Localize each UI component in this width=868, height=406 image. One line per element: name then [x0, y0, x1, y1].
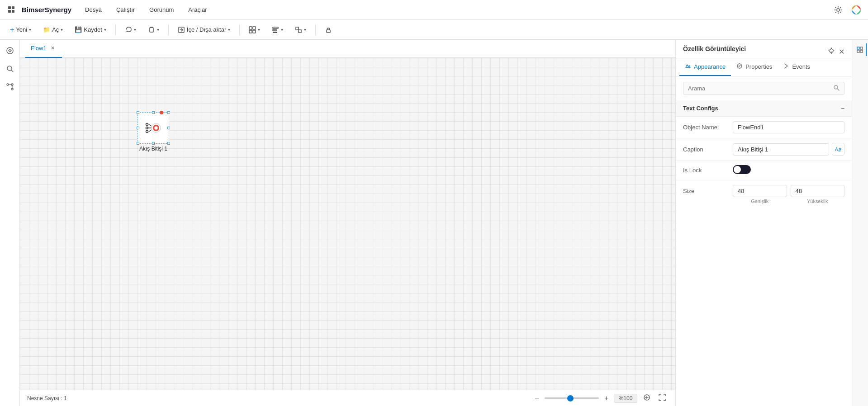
- sidebar-tools-icon[interactable]: [3, 43, 17, 58]
- separator-2: [168, 24, 169, 35]
- prop-object-name: Object Name:: [676, 117, 852, 138]
- clipboard-button[interactable]: ▾: [143, 24, 164, 36]
- svg-rect-15: [273, 32, 277, 33]
- node-icon: [142, 117, 164, 139]
- is-lock-value: [733, 165, 844, 175]
- save-button[interactable]: 💾 Kaydet ▾: [70, 24, 110, 35]
- svg-rect-7: [150, 28, 153, 32]
- search-box: [683, 82, 844, 95]
- size-height-input[interactable]: [791, 185, 845, 197]
- handle-mr[interactable]: [167, 127, 170, 129]
- svg-point-4: [837, 9, 840, 11]
- grid-canvas[interactable]: Akış Bitişi 1: [20, 58, 675, 390]
- grid-button[interactable]: ▾: [244, 24, 265, 36]
- handle-tl[interactable]: [137, 111, 139, 114]
- handle-bm[interactable]: [152, 142, 155, 145]
- panel-close-icon[interactable]: ✕: [839, 47, 844, 56]
- prop-is-lock: Is Lock: [676, 161, 852, 180]
- panel-tab-properties[interactable]: Properties: [731, 58, 778, 76]
- search-icon[interactable]: [833, 85, 840, 92]
- events-tab-icon: [783, 63, 789, 71]
- right-sidebar: [852, 40, 868, 406]
- toggle-track[interactable]: [733, 165, 751, 174]
- size-width-wrap: Genişlik: [733, 185, 787, 204]
- connection-point[interactable]: [160, 111, 163, 114]
- rs-properties-icon[interactable]: [854, 43, 867, 56]
- gear-icon[interactable]: [832, 4, 844, 16]
- left-sidebar: [0, 40, 20, 406]
- size-width-input[interactable]: [733, 185, 787, 197]
- color-wheel-icon[interactable]: [850, 4, 863, 16]
- panel-tab-appearance[interactable]: Appearance: [679, 58, 731, 76]
- size-height-label: Yükseklik: [791, 198, 845, 204]
- is-lock-label: Is Lock: [683, 167, 733, 174]
- svg-line-28: [149, 124, 152, 126]
- zoom-slider[interactable]: [545, 397, 599, 399]
- panel-tab-events[interactable]: Events: [778, 58, 816, 76]
- zoom-fullscreen-icon[interactable]: [656, 393, 668, 403]
- handle-br[interactable]: [167, 142, 170, 145]
- svg-rect-0: [8, 6, 11, 9]
- svg-rect-47: [860, 50, 863, 52]
- caption-label: Caption: [683, 146, 733, 153]
- properties-tab-icon: [736, 63, 743, 71]
- svg-rect-2: [8, 10, 11, 13]
- svg-line-29: [149, 130, 152, 132]
- zoom-display[interactable]: %100: [614, 394, 637, 403]
- handle-bl[interactable]: [137, 142, 139, 145]
- canvas-area: Flow1 ✕: [20, 40, 675, 406]
- search-input[interactable]: [688, 85, 833, 92]
- svg-line-21: [11, 70, 13, 72]
- panel-header: Özellik Görüntüleyici ✕: [676, 40, 852, 58]
- status-bar: Nesne Sayısı : 1 − + %100: [20, 390, 675, 406]
- app-logo: BimserSynergy: [22, 6, 71, 14]
- object-name-value[interactable]: [733, 121, 844, 133]
- menu-dosya[interactable]: Dosya: [80, 4, 107, 16]
- tab-flow1[interactable]: Flow1 ✕: [25, 40, 62, 58]
- tabs-bar: Flow1 ✕: [20, 40, 675, 58]
- panel-pin-icon[interactable]: [828, 47, 835, 56]
- caption-input[interactable]: [733, 143, 829, 156]
- svg-point-30: [146, 123, 148, 126]
- lock-button[interactable]: [320, 24, 337, 36]
- menu-araclar[interactable]: Araçlar: [183, 4, 212, 16]
- svg-rect-45: [860, 47, 863, 49]
- shape-button[interactable]: ▾: [290, 24, 311, 36]
- menu-gorunum[interactable]: Görünüm: [144, 4, 179, 16]
- is-lock-toggle[interactable]: [733, 165, 751, 174]
- align-button[interactable]: ▾: [267, 24, 288, 36]
- node-box[interactable]: [138, 112, 169, 144]
- panel-content: Text Configs − Object Name: Caption Aあ: [676, 100, 852, 406]
- svg-rect-14: [273, 29, 276, 31]
- menu-calistir[interactable]: Çalıştır: [111, 4, 140, 16]
- panel-title: Özellik Görüntüleyici: [683, 45, 746, 58]
- panel-tabs: Appearance Properties Events: [676, 58, 852, 76]
- flow-node[interactable]: Akış Bitişi 1: [138, 112, 169, 152]
- undo-button[interactable]: ▾: [120, 24, 141, 36]
- svg-point-32: [146, 131, 148, 133]
- handle-tr[interactable]: [167, 111, 170, 114]
- svg-rect-16: [296, 27, 299, 30]
- caption-value: Aあ: [733, 143, 844, 156]
- svg-rect-13: [273, 27, 278, 28]
- zoom-in-button[interactable]: +: [602, 394, 610, 402]
- handle-ml[interactable]: [137, 127, 139, 129]
- zoom-out-button[interactable]: −: [533, 394, 541, 402]
- tab-close-icon[interactable]: ✕: [49, 45, 57, 52]
- zoom-fit-icon[interactable]: [641, 393, 653, 403]
- caption-translate-button[interactable]: Aあ: [832, 143, 844, 156]
- sidebar-search-icon[interactable]: [3, 61, 17, 76]
- new-button[interactable]: + Yeni ▾: [5, 24, 36, 36]
- handle-tm[interactable]: [152, 111, 155, 114]
- sidebar-connect-icon[interactable]: [3, 80, 17, 94]
- object-count: Nesne Sayısı : 1: [27, 395, 67, 401]
- object-name-input[interactable]: [733, 121, 844, 133]
- export-button[interactable]: İçe / Dışa aktar ▾: [173, 24, 235, 36]
- caption-wrapper: Aあ: [733, 143, 844, 156]
- section-collapse-icon[interactable]: −: [841, 105, 844, 112]
- object-name-label: Object Name:: [683, 124, 733, 131]
- open-button[interactable]: 📁 Aç ▾: [38, 24, 67, 35]
- app-grid-icon[interactable]: [5, 4, 18, 16]
- size-width-label: Genişlik: [733, 198, 787, 204]
- svg-point-41: [834, 85, 838, 89]
